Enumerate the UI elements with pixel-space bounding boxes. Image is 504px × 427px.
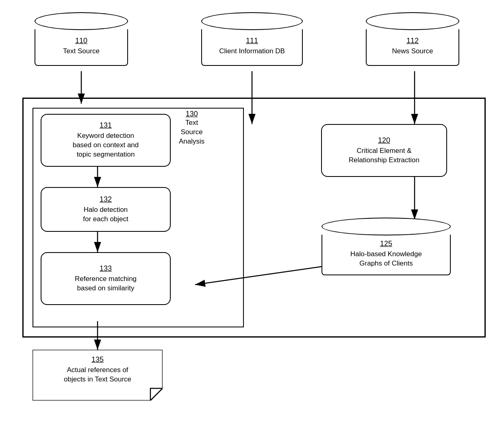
node-112: 112 News Source (364, 12, 461, 66)
num-120: 120 (378, 136, 390, 145)
label-135: Actual references ofobjects in Text Sour… (39, 366, 156, 384)
num-132: 132 (100, 195, 112, 204)
label-131: Keyword detectionbased on context andtop… (73, 131, 139, 159)
node-120: 120 Critical Element &Relationship Extra… (321, 124, 447, 177)
node-111: 111 Client Information DB (199, 12, 305, 66)
label-110: Text Source (63, 47, 100, 56)
num-135: 135 (91, 355, 104, 364)
node-125: 125 Halo-based KnowledgeGraphs of Client… (319, 218, 453, 275)
num-111: 111 (246, 37, 258, 45)
num-110: 110 (75, 37, 87, 45)
num-133: 133 (100, 264, 112, 273)
node-133: 133 Reference matchingbased on similarit… (41, 252, 171, 305)
node-135: 135 Actual references ofobjects in Text … (33, 350, 163, 399)
label-111: Client Information DB (219, 47, 285, 56)
label-112: News Source (392, 47, 433, 56)
label-125: Halo-based KnowledgeGraphs of Clients (350, 250, 422, 268)
label-130-area: 130 TextSourceAnalysis (179, 110, 204, 146)
label-130: TextSourceAnalysis (179, 118, 204, 146)
label-120: Critical Element &Relationship Extractio… (349, 146, 419, 165)
node-131: 131 Keyword detectionbased on context an… (41, 114, 171, 167)
num-130: 130 (186, 110, 198, 118)
label-133: Reference matchingbased on similarity (75, 274, 137, 293)
num-131: 131 (100, 121, 112, 130)
node-110: 110 Text Source (33, 12, 130, 66)
num-112: 112 (406, 37, 419, 45)
diagram: 110 Text Source 111 Client Information D… (0, 0, 504, 427)
label-132: Halo detectionfor each object (83, 205, 128, 224)
num-125: 125 (380, 240, 392, 248)
node-132: 132 Halo detectionfor each object (41, 187, 171, 232)
